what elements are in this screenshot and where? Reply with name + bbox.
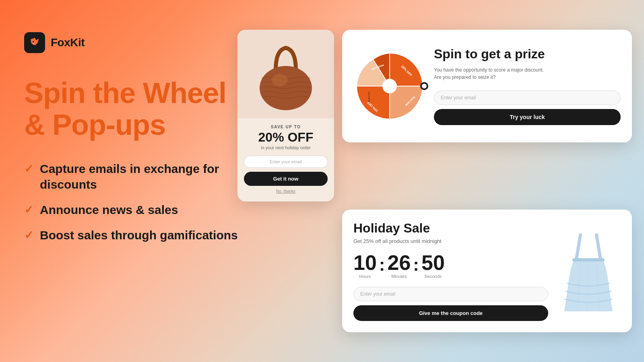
spin-subtitle-line1: You have the opportunity to score a majo… [434, 67, 544, 73]
count-minutes-label: Minutes [388, 274, 411, 279]
discount-sub: in your next holiday order [244, 145, 328, 150]
logo-name: FoxKit [51, 36, 85, 49]
wheel-pointer [419, 81, 429, 91]
logo-icon [24, 32, 45, 53]
discount-amount: 20% OFF [244, 131, 328, 144]
svg-point-1 [260, 66, 312, 110]
right-section: SAVE UP TO 20% OFF in your next holiday … [237, 0, 632, 362]
svg-point-15 [422, 84, 427, 88]
spin-wheel-svg: 20% OFF Next time 15% OFF Almost! Next t… [353, 50, 426, 122]
spin-title: Spin to get a prize [434, 47, 621, 61]
headline-line1: Spin the Wheel [24, 77, 226, 109]
count-seconds: 50 [421, 252, 445, 273]
holiday-popup-card: Holiday Sale Get 25% off all products un… [342, 210, 632, 332]
count-seconds-label: Seconds [421, 274, 445, 279]
page-wrapper: FoxKit Spin the Wheel & Pop-ups ✓ Captur… [0, 0, 644, 362]
count-hours-label: Hours [353, 274, 377, 279]
spin-cta-button[interactable]: Try your luck [434, 109, 621, 125]
wheel-container: 20% OFF Next time 15% OFF Almost! Next t… [353, 50, 426, 122]
holiday-cta-button[interactable]: Give me the coupon code [353, 305, 548, 321]
check-icon-3: ✓ [24, 228, 33, 243]
top-row: SAVE UP TO 20% OFF in your next holiday … [237, 30, 632, 202]
count-seconds-block: 50 Seconds [421, 252, 445, 279]
svg-point-13 [382, 79, 397, 93]
feature-text-1: Capture emails in exchange for discounts [40, 161, 250, 192]
product-image-area [237, 30, 334, 118]
feature-item-1: ✓ Capture emails in exchange for discoun… [24, 161, 250, 192]
holiday-product-image [556, 227, 621, 315]
headline-line2: & Pop-ups [24, 109, 165, 141]
spin-subtitle: You have the opportunity to score a majo… [434, 66, 621, 81]
spin-popup-card: 20% OFF Next time 15% OFF Almost! Next t… [342, 30, 632, 142]
countdown-timer: 10 Hours : 26 Minutes : 50 Seconds [353, 252, 548, 279]
feature-item-3: ✓ Boost sales through gamifications [24, 227, 250, 243]
holiday-email-input[interactable]: Enter your email [353, 287, 548, 301]
bottom-row: Holiday Sale Get 25% off all products un… [237, 210, 632, 332]
svg-point-0 [33, 41, 34, 43]
features-list: ✓ Capture emails in exchange for discoun… [24, 161, 250, 243]
count-sep-1: : [378, 255, 386, 275]
feature-item-2: ✓ Announce news & sales [24, 202, 250, 218]
holiday-subtitle: Get 25% off all products until midnight [353, 238, 548, 244]
logo-area: FoxKit [24, 32, 250, 53]
count-hours-block: 10 Hours [353, 252, 377, 279]
spin-email-input[interactable]: Enter your email [434, 90, 621, 105]
check-icon-1: ✓ [24, 162, 33, 176]
no-thanks-link[interactable]: No, thanks [244, 189, 328, 193]
feature-text-2: Announce news & sales [40, 202, 178, 218]
count-hours: 10 [353, 252, 377, 273]
feature-text-3: Boost sales through gamifications [40, 227, 238, 243]
check-icon-2: ✓ [24, 203, 33, 217]
holiday-title: Holiday Sale [353, 221, 548, 236]
spin-text-area: Spin to get a prize You have the opportu… [434, 47, 621, 125]
svg-point-2 [272, 74, 288, 86]
left-section: FoxKit Spin the Wheel & Pop-ups ✓ Captur… [24, 32, 250, 243]
svg-text:Almost!: Almost! [367, 92, 371, 103]
main-headline: Spin the Wheel & Pop-ups [24, 77, 250, 141]
count-sep-2: : [412, 255, 420, 275]
count-minutes: 26 [388, 252, 411, 273]
product-popup-card: SAVE UP TO 20% OFF in your next holiday … [237, 30, 334, 202]
save-label: SAVE UP TO [244, 125, 328, 129]
spin-subtitle-line2: Are you prepared to seize it? [434, 74, 495, 80]
holiday-content: Holiday Sale Get 25% off all products un… [353, 221, 548, 321]
product-popup-content: SAVE UP TO 20% OFF in your next holiday … [237, 118, 334, 193]
product-email-input[interactable]: Enter your email [244, 156, 328, 168]
product-cta-button[interactable]: Get it now [244, 172, 328, 186]
svg-rect-19 [572, 258, 605, 261]
count-minutes-block: 26 Minutes [388, 252, 411, 279]
